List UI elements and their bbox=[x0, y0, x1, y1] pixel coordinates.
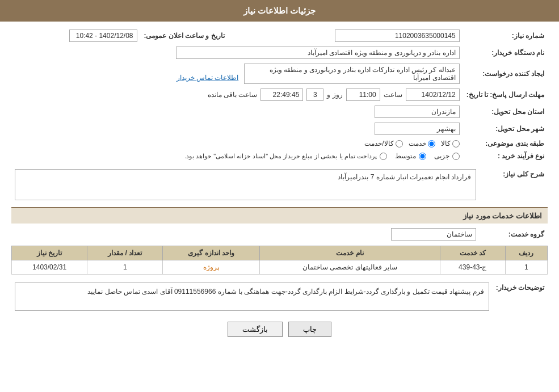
response-remaining-box: 22:49:45 bbox=[260, 88, 303, 101]
buyer-desc-label: توضیحات خریدار: bbox=[493, 280, 548, 313]
buyer-org-value: اداره بنادر و دریانوردی و منطقه ویژه اقت… bbox=[11, 44, 463, 61]
province-value: مازندران bbox=[11, 103, 463, 120]
col-unit: واحد اندازه گیری bbox=[163, 246, 260, 260]
buyer-org-label: نام دستگاه خریدار: bbox=[463, 44, 548, 61]
service-table-head: ردیف کد خدمت نام خدمت واحد اندازه گیری ت… bbox=[12, 246, 548, 260]
col-name: نام خدمت bbox=[259, 246, 440, 260]
col-date: تاریخ نیاز bbox=[12, 246, 87, 260]
label-motavaset: متوسط bbox=[395, 152, 416, 160]
page-title: جزئیات اطلاعات نیاز bbox=[243, 6, 316, 15]
cell-code-1: ج-43-439 bbox=[440, 260, 505, 275]
response-days-box: 3 bbox=[306, 88, 323, 101]
radio-motavaset[interactable] bbox=[419, 153, 426, 160]
radio-khadamat[interactable] bbox=[428, 140, 435, 147]
need-desc-text: قرارداد انجام تعمیرات انبار شماره 7 بندر… bbox=[338, 173, 471, 181]
col-code: کد خدمت bbox=[440, 246, 505, 260]
cell-unit-1: پروژه bbox=[163, 260, 260, 275]
city-label: شهر محل تحویل: bbox=[463, 120, 548, 137]
cell-qty-1: 1 bbox=[87, 260, 163, 275]
need-number-value: 1102003635000145 bbox=[236, 27, 463, 44]
purchase-jozyi: جزیی bbox=[434, 152, 460, 160]
services-section-title: اطلاعات خدمات مورد نیاز bbox=[11, 207, 548, 224]
radio-note[interactable] bbox=[380, 153, 387, 160]
response-deadline-row: 1402/12/12 ساعت 11:00 روز و 3 22:49:45 س… bbox=[11, 86, 463, 103]
category-options: کالا خدمت کالا/خدمت bbox=[11, 137, 463, 150]
creator-label: ایجاد کننده درخواست: bbox=[463, 61, 548, 86]
creator-value: عبداله کر رئیس اداره تدارکات اداره بنادر… bbox=[11, 61, 463, 86]
label-kala-khadamat: کالا/خدمت bbox=[364, 140, 393, 147]
purchase-options: جزیی متوسط پرداخت تمام یا بخشی از مبلغ خ… bbox=[11, 150, 463, 162]
announce-value: 1402/12/08 - 10:42 bbox=[11, 27, 141, 44]
category-kala-khadamat: کالا/خدمت bbox=[364, 140, 402, 147]
row-city: شهر محل تحویل: بهشهر bbox=[11, 120, 548, 137]
buttons-row: چاپ بازگشت bbox=[11, 322, 548, 337]
response-time-box: 11:00 bbox=[346, 88, 380, 101]
label-kala: کالا bbox=[441, 140, 451, 147]
service-table-header-row: ردیف کد خدمت نام خدمت واحد اندازه گیری ت… bbox=[12, 246, 548, 260]
radio-kala[interactable] bbox=[452, 140, 460, 147]
service-table-body: 1 ج-43-439 سایر فعالیتهای تخصصی ساختمان … bbox=[12, 260, 548, 275]
service-group-label: گروه خدمت: bbox=[480, 226, 548, 243]
radio-kala-khadamat[interactable] bbox=[396, 140, 403, 147]
label-note: پرداخت تمام یا بخشی از مبلغ خریداز محل "… bbox=[184, 153, 377, 160]
creator-box: عبداله کر رئیس اداره تدارکات اداره بنادر… bbox=[244, 64, 460, 84]
table-row: 1 ج-43-439 سایر فعالیتهای تخصصی ساختمان … bbox=[12, 260, 548, 275]
page-wrapper: جزئیات اطلاعات نیاز شماره نیاز: 11020036… bbox=[0, 0, 559, 392]
need-desc-value: قرارداد انجام تعمیرات انبار شماره 7 بندر… bbox=[11, 167, 480, 203]
row-need-desc: شرح کلی نیاز: قرارداد انجام تعمیرات انبا… bbox=[11, 167, 548, 203]
response-deadline-label: مهلت ارسال پاسخ: تا تاریخ: bbox=[463, 86, 548, 103]
service-group-box: ساختمان bbox=[391, 228, 476, 241]
need-desc-table: شرح کلی نیاز: قرارداد انجام تعمیرات انبا… bbox=[11, 167, 548, 203]
content-area: شماره نیاز: 1102003635000145 تاریخ و ساع… bbox=[0, 22, 559, 348]
city-value: بهشهر bbox=[11, 120, 463, 137]
creator-link[interactable]: اطلاعات تماس خریدار bbox=[176, 74, 239, 82]
cell-date-1: 1403/02/31 bbox=[12, 260, 87, 275]
back-button[interactable]: بازگشت bbox=[228, 322, 283, 337]
buyer-desc-box: فرم پیشنهاد قیمت تکمیل و بارگذاری گردد-ش… bbox=[15, 283, 489, 311]
purchase-motavaset: متوسط bbox=[395, 152, 426, 160]
need-desc-label: شرح کلی نیاز: bbox=[480, 167, 548, 203]
purchase-note-item: پرداخت تمام یا بخشی از مبلغ خریداز محل "… bbox=[184, 153, 387, 160]
cell-row-1: 1 bbox=[505, 260, 547, 275]
cell-name-1: سایر فعالیتهای تخصصی ساختمان bbox=[259, 260, 440, 275]
service-data-table: ردیف کد خدمت نام خدمت واحد اندازه گیری ت… bbox=[11, 246, 548, 275]
row-purchase-type: نوع فرآیند خرید : جزیی متوسط bbox=[11, 150, 548, 162]
response-time-label: ساعت bbox=[384, 91, 402, 99]
need-desc-box: قرارداد انجام تعمیرات انبار شماره 7 بندر… bbox=[15, 169, 476, 200]
purchase-radio-group: جزیی متوسط پرداخت تمام یا بخشی از مبلغ خ… bbox=[15, 152, 460, 160]
city-box: بهشهر bbox=[375, 123, 460, 135]
province-label: استان محل تحویل: bbox=[463, 103, 548, 120]
category-radio-group: کالا خدمت کالا/خدمت bbox=[15, 140, 460, 147]
province-box: مازندران bbox=[375, 106, 460, 118]
radio-jozyi[interactable] bbox=[452, 153, 460, 160]
row-province: استان محل تحویل: مازندران bbox=[11, 103, 548, 120]
page-header: جزئیات اطلاعات نیاز bbox=[0, 0, 559, 22]
response-date-box: 1402/12/12 bbox=[406, 88, 460, 101]
print-button[interactable]: چاپ bbox=[288, 322, 331, 337]
service-group-table: گروه خدمت: ساختمان bbox=[11, 226, 548, 243]
row-need-number: شماره نیاز: 1102003635000145 تاریخ و ساع… bbox=[11, 27, 548, 44]
row-response-deadline: مهلت ارسال پاسخ: تا تاریخ: 1402/12/12 سا… bbox=[11, 86, 548, 103]
buyer-desc-table: توضیحات خریدار: فرم پیشنهاد قیمت تکمیل و… bbox=[11, 280, 548, 313]
col-row: ردیف bbox=[505, 246, 547, 260]
response-inline: 1402/12/12 ساعت 11:00 روز و 3 22:49:45 س… bbox=[15, 88, 460, 101]
service-group-value: ساختمان bbox=[11, 226, 480, 243]
response-days-label: روز و bbox=[327, 91, 342, 99]
buyer-desc-text: فرم پیشنهاد قیمت تکمیل و بارگذاری گردد-ش… bbox=[87, 288, 484, 296]
need-number-box: 1102003635000145 bbox=[335, 29, 460, 42]
row-creator: ایجاد کننده درخواست: عبداله کر رئیس ادار… bbox=[11, 61, 548, 86]
need-number-label: شماره نیاز: bbox=[463, 27, 548, 44]
row-buyer-desc: توضیحات خریدار: فرم پیشنهاد قیمت تکمیل و… bbox=[11, 280, 548, 313]
category-khadamat: خدمت bbox=[409, 140, 435, 147]
buyer-org-box: اداره بنادر و دریانوردی و منطقه ویژه اقت… bbox=[176, 47, 460, 59]
category-kala: کالا bbox=[441, 140, 460, 147]
row-buyer-org: نام دستگاه خریدار: اداره بنادر و دریانور… bbox=[11, 44, 548, 61]
buyer-desc-value: فرم پیشنهاد قیمت تکمیل و بارگذاری گردد-ش… bbox=[11, 280, 493, 313]
category-label: طبقه بندی موضوعی: bbox=[463, 137, 548, 150]
row-service-group: گروه خدمت: ساختمان bbox=[11, 226, 548, 243]
label-khadamat: خدمت bbox=[409, 140, 426, 147]
response-remaining-label: ساعت باقی مانده bbox=[208, 91, 258, 99]
announce-label: تاریخ و ساعت اعلان عمومی: bbox=[141, 27, 236, 44]
info-table: شماره نیاز: 1102003635000145 تاریخ و ساع… bbox=[11, 27, 548, 162]
announce-box: 1402/12/08 - 10:42 bbox=[69, 29, 137, 42]
